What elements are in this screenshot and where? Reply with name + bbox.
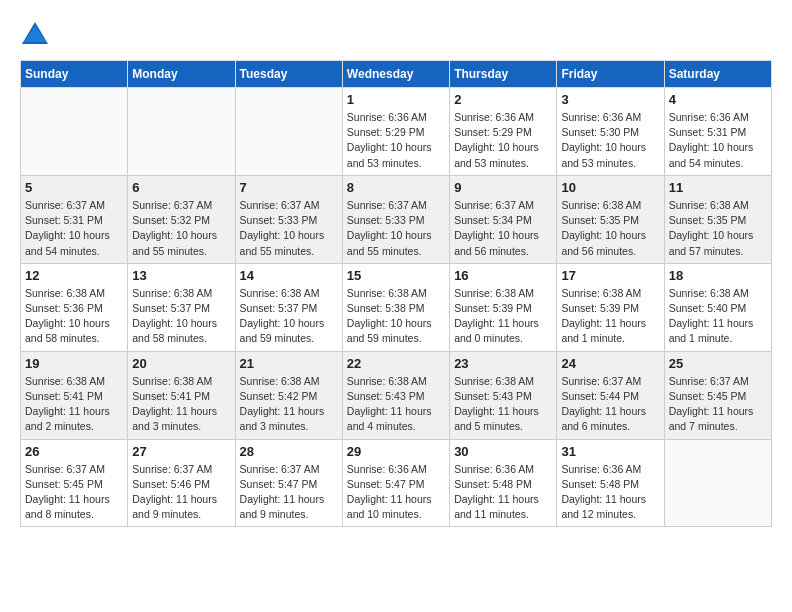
day-number: 6 bbox=[132, 180, 230, 195]
day-number: 29 bbox=[347, 444, 445, 459]
calendar-cell bbox=[664, 439, 771, 527]
day-info: Sunrise: 6:38 AM Sunset: 5:37 PM Dayligh… bbox=[132, 286, 230, 347]
day-number: 7 bbox=[240, 180, 338, 195]
day-number: 27 bbox=[132, 444, 230, 459]
calendar-cell: 14Sunrise: 6:38 AM Sunset: 5:37 PM Dayli… bbox=[235, 263, 342, 351]
day-number: 8 bbox=[347, 180, 445, 195]
calendar-cell: 28Sunrise: 6:37 AM Sunset: 5:47 PM Dayli… bbox=[235, 439, 342, 527]
day-number: 15 bbox=[347, 268, 445, 283]
logo bbox=[20, 20, 54, 50]
day-info: Sunrise: 6:37 AM Sunset: 5:46 PM Dayligh… bbox=[132, 462, 230, 523]
day-number: 13 bbox=[132, 268, 230, 283]
day-number: 17 bbox=[561, 268, 659, 283]
day-number: 3 bbox=[561, 92, 659, 107]
calendar-cell: 8Sunrise: 6:37 AM Sunset: 5:33 PM Daylig… bbox=[342, 175, 449, 263]
calendar-header: SundayMondayTuesdayWednesdayThursdayFrid… bbox=[21, 61, 772, 88]
day-number: 1 bbox=[347, 92, 445, 107]
weekday-header: Friday bbox=[557, 61, 664, 88]
day-info: Sunrise: 6:38 AM Sunset: 5:40 PM Dayligh… bbox=[669, 286, 767, 347]
day-info: Sunrise: 6:37 AM Sunset: 5:33 PM Dayligh… bbox=[240, 198, 338, 259]
calendar-cell: 3Sunrise: 6:36 AM Sunset: 5:30 PM Daylig… bbox=[557, 88, 664, 176]
calendar-cell: 15Sunrise: 6:38 AM Sunset: 5:38 PM Dayli… bbox=[342, 263, 449, 351]
calendar-cell bbox=[21, 88, 128, 176]
day-number: 24 bbox=[561, 356, 659, 371]
page-header bbox=[20, 20, 772, 50]
weekday-header: Sunday bbox=[21, 61, 128, 88]
day-number: 26 bbox=[25, 444, 123, 459]
calendar-cell: 20Sunrise: 6:38 AM Sunset: 5:41 PM Dayli… bbox=[128, 351, 235, 439]
day-number: 5 bbox=[25, 180, 123, 195]
day-info: Sunrise: 6:38 AM Sunset: 5:36 PM Dayligh… bbox=[25, 286, 123, 347]
logo-icon bbox=[20, 20, 50, 50]
day-info: Sunrise: 6:37 AM Sunset: 5:45 PM Dayligh… bbox=[25, 462, 123, 523]
day-info: Sunrise: 6:38 AM Sunset: 5:41 PM Dayligh… bbox=[25, 374, 123, 435]
day-number: 21 bbox=[240, 356, 338, 371]
calendar-cell: 22Sunrise: 6:38 AM Sunset: 5:43 PM Dayli… bbox=[342, 351, 449, 439]
day-info: Sunrise: 6:37 AM Sunset: 5:34 PM Dayligh… bbox=[454, 198, 552, 259]
day-number: 4 bbox=[669, 92, 767, 107]
calendar-table: SundayMondayTuesdayWednesdayThursdayFrid… bbox=[20, 60, 772, 527]
day-info: Sunrise: 6:38 AM Sunset: 5:43 PM Dayligh… bbox=[347, 374, 445, 435]
svg-marker-1 bbox=[24, 26, 46, 42]
day-info: Sunrise: 6:38 AM Sunset: 5:37 PM Dayligh… bbox=[240, 286, 338, 347]
calendar-cell: 18Sunrise: 6:38 AM Sunset: 5:40 PM Dayli… bbox=[664, 263, 771, 351]
calendar-cell: 17Sunrise: 6:38 AM Sunset: 5:39 PM Dayli… bbox=[557, 263, 664, 351]
day-info: Sunrise: 6:36 AM Sunset: 5:29 PM Dayligh… bbox=[347, 110, 445, 171]
day-number: 23 bbox=[454, 356, 552, 371]
day-number: 2 bbox=[454, 92, 552, 107]
day-number: 12 bbox=[25, 268, 123, 283]
day-info: Sunrise: 6:36 AM Sunset: 5:48 PM Dayligh… bbox=[454, 462, 552, 523]
calendar-cell bbox=[128, 88, 235, 176]
calendar-cell: 31Sunrise: 6:36 AM Sunset: 5:48 PM Dayli… bbox=[557, 439, 664, 527]
day-info: Sunrise: 6:38 AM Sunset: 5:38 PM Dayligh… bbox=[347, 286, 445, 347]
weekday-header: Tuesday bbox=[235, 61, 342, 88]
weekday-header: Thursday bbox=[450, 61, 557, 88]
day-info: Sunrise: 6:36 AM Sunset: 5:30 PM Dayligh… bbox=[561, 110, 659, 171]
day-number: 31 bbox=[561, 444, 659, 459]
calendar-cell: 26Sunrise: 6:37 AM Sunset: 5:45 PM Dayli… bbox=[21, 439, 128, 527]
day-info: Sunrise: 6:38 AM Sunset: 5:39 PM Dayligh… bbox=[561, 286, 659, 347]
day-info: Sunrise: 6:37 AM Sunset: 5:47 PM Dayligh… bbox=[240, 462, 338, 523]
day-info: Sunrise: 6:38 AM Sunset: 5:39 PM Dayligh… bbox=[454, 286, 552, 347]
calendar-cell: 9Sunrise: 6:37 AM Sunset: 5:34 PM Daylig… bbox=[450, 175, 557, 263]
day-number: 25 bbox=[669, 356, 767, 371]
weekday-header: Wednesday bbox=[342, 61, 449, 88]
calendar-cell: 19Sunrise: 6:38 AM Sunset: 5:41 PM Dayli… bbox=[21, 351, 128, 439]
calendar-cell: 30Sunrise: 6:36 AM Sunset: 5:48 PM Dayli… bbox=[450, 439, 557, 527]
day-info: Sunrise: 6:36 AM Sunset: 5:31 PM Dayligh… bbox=[669, 110, 767, 171]
day-info: Sunrise: 6:36 AM Sunset: 5:29 PM Dayligh… bbox=[454, 110, 552, 171]
day-number: 9 bbox=[454, 180, 552, 195]
calendar-cell: 1Sunrise: 6:36 AM Sunset: 5:29 PM Daylig… bbox=[342, 88, 449, 176]
calendar-cell: 29Sunrise: 6:36 AM Sunset: 5:47 PM Dayli… bbox=[342, 439, 449, 527]
calendar-cell: 10Sunrise: 6:38 AM Sunset: 5:35 PM Dayli… bbox=[557, 175, 664, 263]
calendar-cell: 24Sunrise: 6:37 AM Sunset: 5:44 PM Dayli… bbox=[557, 351, 664, 439]
day-number: 28 bbox=[240, 444, 338, 459]
day-info: Sunrise: 6:37 AM Sunset: 5:45 PM Dayligh… bbox=[669, 374, 767, 435]
day-info: Sunrise: 6:38 AM Sunset: 5:35 PM Dayligh… bbox=[561, 198, 659, 259]
day-info: Sunrise: 6:38 AM Sunset: 5:42 PM Dayligh… bbox=[240, 374, 338, 435]
calendar-cell bbox=[235, 88, 342, 176]
day-number: 11 bbox=[669, 180, 767, 195]
day-info: Sunrise: 6:38 AM Sunset: 5:43 PM Dayligh… bbox=[454, 374, 552, 435]
calendar-cell: 25Sunrise: 6:37 AM Sunset: 5:45 PM Dayli… bbox=[664, 351, 771, 439]
day-info: Sunrise: 6:36 AM Sunset: 5:48 PM Dayligh… bbox=[561, 462, 659, 523]
day-number: 10 bbox=[561, 180, 659, 195]
day-number: 20 bbox=[132, 356, 230, 371]
calendar-cell: 23Sunrise: 6:38 AM Sunset: 5:43 PM Dayli… bbox=[450, 351, 557, 439]
weekday-header: Monday bbox=[128, 61, 235, 88]
day-info: Sunrise: 6:37 AM Sunset: 5:32 PM Dayligh… bbox=[132, 198, 230, 259]
calendar-cell: 11Sunrise: 6:38 AM Sunset: 5:35 PM Dayli… bbox=[664, 175, 771, 263]
day-info: Sunrise: 6:36 AM Sunset: 5:47 PM Dayligh… bbox=[347, 462, 445, 523]
calendar-cell: 21Sunrise: 6:38 AM Sunset: 5:42 PM Dayli… bbox=[235, 351, 342, 439]
day-info: Sunrise: 6:37 AM Sunset: 5:31 PM Dayligh… bbox=[25, 198, 123, 259]
day-info: Sunrise: 6:38 AM Sunset: 5:35 PM Dayligh… bbox=[669, 198, 767, 259]
day-number: 22 bbox=[347, 356, 445, 371]
day-number: 30 bbox=[454, 444, 552, 459]
calendar-cell: 12Sunrise: 6:38 AM Sunset: 5:36 PM Dayli… bbox=[21, 263, 128, 351]
weekday-header: Saturday bbox=[664, 61, 771, 88]
day-number: 18 bbox=[669, 268, 767, 283]
calendar-cell: 13Sunrise: 6:38 AM Sunset: 5:37 PM Dayli… bbox=[128, 263, 235, 351]
calendar-cell: 6Sunrise: 6:37 AM Sunset: 5:32 PM Daylig… bbox=[128, 175, 235, 263]
calendar-cell: 4Sunrise: 6:36 AM Sunset: 5:31 PM Daylig… bbox=[664, 88, 771, 176]
day-number: 16 bbox=[454, 268, 552, 283]
